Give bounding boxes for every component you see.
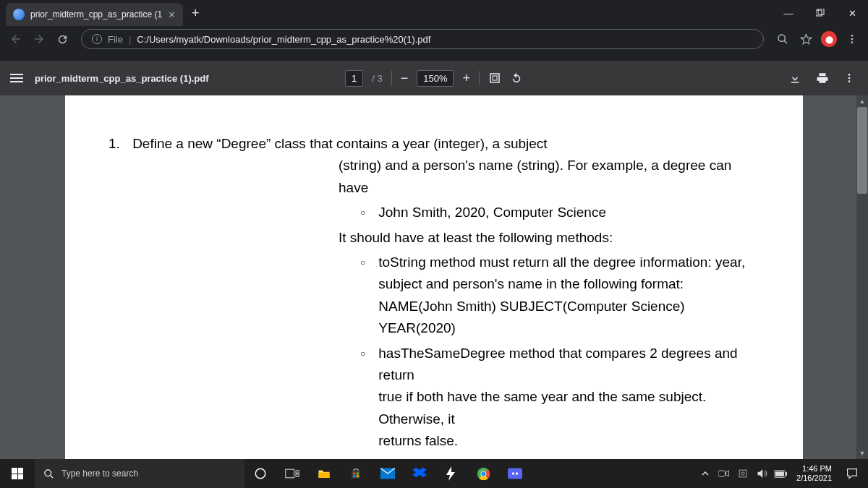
scroll-up-button[interactable]: ▲	[856, 95, 868, 107]
cortana-icon[interactable]	[244, 459, 276, 488]
svg-point-34	[741, 472, 744, 475]
fit-page-icon[interactable]	[488, 72, 501, 85]
browser-tab[interactable]: prior_midterm_cpp_as_practice (1 ✕	[6, 3, 183, 26]
meet-now-icon[interactable]	[715, 459, 733, 488]
maximize-button[interactable]	[804, 1, 836, 25]
close-window-button[interactable]: ✕	[836, 1, 868, 25]
svg-rect-32	[718, 471, 726, 476]
start-button[interactable]	[0, 459, 35, 488]
browser-toolbar: i File | C:/Users/myatk/Downloads/prior_…	[0, 26, 868, 52]
location-icon[interactable]	[734, 459, 752, 488]
pdf-viewport[interactable]: 1. Define a new “Degree” class that cont…	[0, 95, 868, 459]
svg-rect-19	[353, 473, 355, 475]
dropbox-icon[interactable]	[404, 459, 435, 488]
zoom-icon[interactable]	[773, 29, 793, 49]
svg-rect-20	[357, 473, 359, 475]
info-icon[interactable]: i	[92, 34, 102, 44]
forward-button[interactable]	[29, 29, 49, 49]
question-number: 1.	[109, 136, 120, 151]
svg-point-5	[851, 38, 854, 40]
clock-time: 1:46 PM	[796, 464, 832, 474]
notifications-icon[interactable]	[839, 468, 865, 479]
url-separator: |	[129, 34, 131, 45]
text-line: Define a new “Degree” class that contain…	[132, 136, 547, 151]
volume-icon[interactable]	[753, 459, 770, 488]
back-button[interactable]	[6, 29, 26, 49]
svg-point-11	[848, 80, 851, 82]
svg-rect-21	[353, 475, 355, 477]
svg-point-28	[481, 471, 485, 476]
page-number-input[interactable]: 1	[345, 70, 363, 87]
svg-point-14	[255, 468, 265, 479]
windows-taskbar: Type here to search 1:46 PM 2/16/2021	[0, 459, 868, 488]
vertical-scrollbar[interactable]: ▲ ▼	[856, 95, 868, 459]
bullet-icon: ○	[360, 343, 365, 453]
bullet-icon: ○	[360, 252, 365, 340]
rotate-icon[interactable]	[510, 72, 523, 85]
mail-icon[interactable]	[372, 459, 404, 488]
ms-store-icon[interactable]	[340, 459, 372, 488]
svg-point-30	[512, 472, 514, 474]
close-tab-icon[interactable]: ✕	[168, 9, 176, 20]
minimize-button[interactable]: —	[773, 1, 804, 25]
bullet-icon: ○	[360, 202, 365, 223]
menu-icon[interactable]	[842, 29, 862, 49]
address-bar[interactable]: i File | C:/Users/myatk/Downloads/prior_…	[81, 29, 764, 49]
svg-point-10	[848, 77, 851, 80]
svg-line-13	[50, 475, 53, 478]
svg-rect-7	[490, 74, 499, 82]
scroll-down-button[interactable]: ▼	[856, 448, 868, 459]
svg-rect-15	[286, 469, 294, 478]
page-total-label: / 3	[372, 73, 382, 84]
taskbar-search[interactable]: Type here to search	[35, 459, 244, 488]
battery-icon[interactable]	[772, 459, 789, 488]
search-placeholder: Type here to search	[61, 468, 138, 479]
svg-point-4	[851, 35, 854, 37]
chrome-icon[interactable]	[467, 459, 499, 488]
zoom-out-button[interactable]: −	[401, 71, 409, 86]
browser-chrome: prior_midterm_cpp_as_practice (1 ✕ + — ✕…	[0, 0, 868, 61]
text-line: hasTheSameDegree method that compares 2 …	[378, 343, 760, 387]
discord-icon[interactable]	[499, 459, 531, 488]
taskbar-clock[interactable]: 1:46 PM 2/16/2021	[791, 464, 838, 483]
system-tray: 1:46 PM 2/16/2021	[697, 459, 868, 488]
extension-icon[interactable]: ⬤	[819, 29, 839, 49]
text-line: returns false.	[378, 430, 760, 452]
text-line: NAME(John Smith) SUBJECT(Computer Scienc…	[378, 296, 760, 340]
zoom-level-input[interactable]: 150%	[417, 70, 454, 87]
text-line: John Smith, 2020, Computer Science	[378, 202, 606, 223]
reload-button[interactable]	[52, 29, 72, 49]
svg-rect-33	[739, 470, 746, 477]
svg-rect-22	[357, 475, 359, 477]
print-icon[interactable]	[816, 72, 829, 85]
more-icon[interactable]	[843, 72, 855, 84]
svg-rect-29	[508, 468, 522, 479]
tray-chevron-icon[interactable]	[697, 459, 714, 488]
new-tab-button[interactable]: +	[183, 6, 208, 21]
pdf-toolbar: prior_midterm_cpp_as_practice (1).pdf 1 …	[0, 61, 868, 95]
scrollbar-thumb[interactable]	[857, 107, 867, 194]
svg-line-3	[784, 40, 787, 43]
file-explorer-icon[interactable]	[308, 459, 340, 488]
text-line: toString method must return all the degr…	[378, 252, 760, 273]
pdf-page: 1. Define a new “Degree” class that cont…	[65, 95, 803, 459]
zoom-in-button[interactable]: +	[462, 71, 470, 86]
url-path: C:/Users/myatk/Downloads/prior_midterm_c…	[137, 34, 430, 45]
task-view-icon[interactable]	[276, 459, 308, 488]
bookmark-star-icon[interactable]	[796, 29, 816, 49]
svg-rect-1	[818, 9, 824, 14]
svg-rect-17	[296, 474, 299, 476]
svg-point-2	[778, 35, 785, 41]
svg-rect-8	[493, 76, 497, 80]
text-line: (string) and a person's name (string). F…	[339, 155, 760, 199]
text-line: It should have at least the following me…	[339, 227, 760, 249]
download-icon[interactable]	[788, 72, 801, 85]
svg-point-9	[848, 74, 851, 76]
tab-title: prior_midterm_cpp_as_practice (1	[30, 9, 162, 20]
svg-rect-36	[786, 472, 787, 476]
app-icon[interactable]	[435, 459, 467, 488]
hamburger-menu-icon[interactable]	[10, 74, 23, 82]
svg-point-12	[45, 469, 51, 476]
url-file-label: File	[108, 34, 123, 45]
svg-rect-16	[296, 471, 299, 473]
